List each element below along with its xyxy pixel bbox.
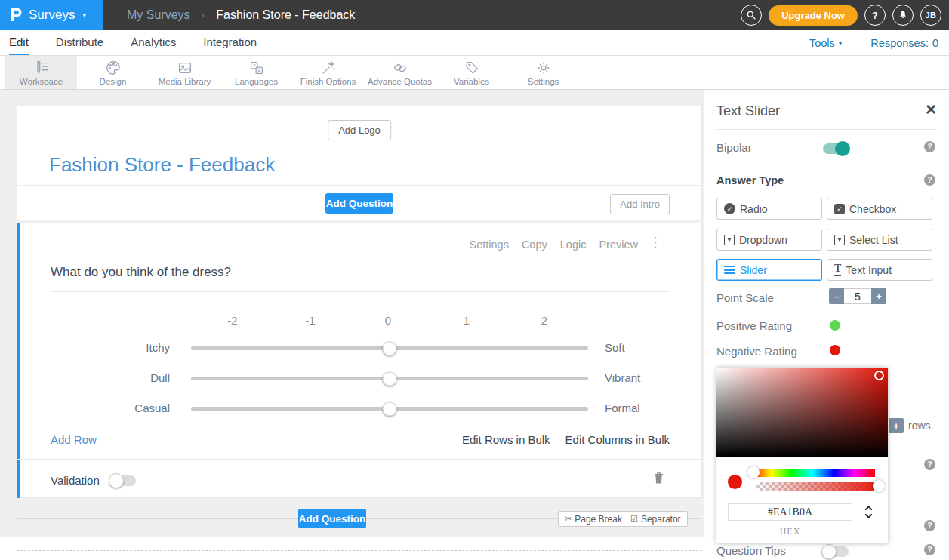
- question-card: Settings Copy Logic Preview ⋮ What do yo…: [17, 223, 702, 498]
- product-switcher[interactable]: P Surveys ▾: [0, 0, 103, 30]
- add-logo-button[interactable]: Add Logo: [328, 120, 391, 140]
- dashed-divider: [17, 550, 702, 551]
- question-preview-link[interactable]: Preview: [599, 238, 638, 251]
- page-break-button[interactable]: ✂ Page Break: [558, 511, 629, 527]
- add-question-button-bottom[interactable]: Add Question: [298, 509, 366, 528]
- hex-steppers[interactable]: [864, 506, 873, 518]
- answer-type-checkbox[interactable]: ✓ Checkbox: [827, 198, 932, 220]
- divider: [51, 291, 670, 292]
- saturation-area[interactable]: [716, 368, 888, 457]
- decrement-button[interactable]: –: [829, 288, 844, 304]
- edit-columns-bulk-link[interactable]: Edit Columns in Bulk: [565, 433, 670, 446]
- question-settings-link[interactable]: Settings: [469, 238, 508, 251]
- slider-handle[interactable]: [383, 371, 397, 386]
- trash-icon: [652, 471, 665, 485]
- responses-counter[interactable]: Responses: 0: [870, 37, 938, 49]
- question-settings-panel: Text Slider × Bipolar ? Answer Type ? ✓ …: [704, 90, 949, 560]
- toolbar-tab-languages[interactable]: ×A Languages: [220, 56, 292, 89]
- answer-type-text-input[interactable]: T Text Input: [827, 259, 932, 281]
- hex-label: HEX: [728, 526, 852, 537]
- answer-type-dropdown[interactable]: Dropdown: [716, 229, 822, 251]
- add-row-link[interactable]: Add Row: [51, 433, 97, 446]
- survey-canvas: Add Logo Fashion Store - Feedback Add Qu…: [0, 90, 704, 560]
- slider-bars-icon: [724, 266, 735, 275]
- hue-slider[interactable]: [750, 469, 875, 477]
- checkbox-icon: ✓: [834, 204, 845, 214]
- tab-analytics[interactable]: Analytics: [131, 30, 176, 55]
- answer-type-radio[interactable]: ✓ Radio: [716, 198, 822, 220]
- question-tips-toggle[interactable]: [823, 546, 849, 557]
- help-icon[interactable]: ?: [924, 459, 935, 470]
- survey-title[interactable]: Fashion Store - Feedback: [49, 153, 275, 177]
- toolbar-tab-design[interactable]: Design: [77, 56, 149, 89]
- tab-distribute[interactable]: Distribute: [56, 30, 103, 55]
- edit-rows-bulk-link[interactable]: Edit Rows in Bulk: [462, 433, 550, 446]
- saturation-selector[interactable]: [874, 371, 884, 380]
- slider-track[interactable]: [191, 407, 588, 411]
- slider-left-label: Casual: [51, 402, 170, 414]
- dropdown-icon: [724, 235, 735, 245]
- app-root: P Surveys ▾ My Surveys › Fashion Store -…: [0, 0, 949, 560]
- close-icon[interactable]: ×: [926, 100, 936, 118]
- help-button[interactable]: ?: [864, 5, 886, 26]
- increment-button[interactable]: +: [871, 288, 886, 304]
- bipolar-toggle[interactable]: [823, 143, 849, 154]
- question-copy-link[interactable]: Copy: [522, 238, 547, 251]
- tools-menu[interactable]: Tools ▾: [809, 37, 842, 49]
- help-icon[interactable]: ?: [924, 544, 935, 555]
- breadcrumb-separator-icon: ›: [202, 9, 205, 21]
- slider-row: Dull Vibrant: [17, 371, 701, 386]
- scale-label: 0: [385, 314, 391, 327]
- separator-button[interactable]: ☑ Separator: [624, 511, 688, 527]
- bulk-edit-links: Edit Rows in Bulk Edit Columns in Bulk: [462, 433, 670, 446]
- user-avatar[interactable]: JB: [920, 5, 941, 26]
- help-icon[interactable]: ?: [924, 520, 935, 531]
- toolbar-tab-variables[interactable]: Variables: [436, 56, 507, 89]
- question-tips-label: Question Tips: [716, 544, 786, 557]
- hue-handle[interactable]: [747, 466, 760, 478]
- toolbar-tab-finish-options[interactable]: Finish Options: [292, 56, 364, 89]
- toolbar-tab-settings[interactable]: Settings: [507, 56, 579, 89]
- notifications-button[interactable]: [892, 5, 914, 26]
- tab-integration[interactable]: Integration: [203, 30, 257, 55]
- slider-track[interactable]: [191, 377, 588, 380]
- survey-header-card: Add Logo Fashion Store - Feedback Add Qu…: [17, 106, 702, 220]
- toolbar-tab-workspace[interactable]: Workspace: [5, 56, 77, 89]
- hex-color-input[interactable]: [728, 503, 852, 521]
- negative-rating-label: Negative Rating: [716, 345, 797, 358]
- upgrade-now-button[interactable]: Upgrade Now: [769, 5, 858, 26]
- validation-label: Validation: [51, 474, 100, 487]
- point-scale-value[interactable]: 5: [844, 288, 871, 304]
- scale-label: 1: [464, 314, 470, 327]
- question-logic-link[interactable]: Logic: [560, 238, 587, 251]
- question-menu-icon[interactable]: ⋮: [649, 235, 662, 249]
- question-text[interactable]: What do you think of the dress?: [51, 265, 231, 280]
- answer-type-select-list[interactable]: Select List: [827, 229, 932, 251]
- scale-label: 2: [541, 314, 547, 327]
- editor-toolbar: Workspace Design Media Library ×A Langua…: [0, 56, 949, 90]
- validation-toggle[interactable]: [110, 475, 136, 486]
- alpha-handle[interactable]: [873, 480, 885, 492]
- alpha-slider[interactable]: [756, 482, 881, 491]
- toolbar-tab-media-library[interactable]: Media Library: [149, 56, 220, 89]
- tab-edit[interactable]: Edit: [9, 30, 29, 55]
- add-intro-button[interactable]: Add Intro: [610, 194, 670, 214]
- answer-type-slider[interactable]: Slider: [716, 259, 822, 281]
- divider: [17, 185, 701, 186]
- slider-handle[interactable]: [383, 402, 397, 416]
- slider-handle[interactable]: [383, 341, 397, 355]
- delete-question-button[interactable]: [652, 471, 665, 488]
- slider-right-label: Soft: [605, 341, 625, 354]
- positive-color-swatch[interactable]: [830, 320, 840, 331]
- toolbar-tab-advance-quotas[interactable]: Advance Quotas: [364, 56, 436, 89]
- slider-left-label: Itchy: [51, 341, 170, 354]
- slider-track[interactable]: [191, 346, 588, 350]
- point-scale-stepper: – 5 +: [829, 288, 886, 304]
- help-icon[interactable]: ?: [924, 141, 935, 152]
- negative-color-swatch[interactable]: [830, 345, 840, 355]
- search-button[interactable]: [741, 5, 762, 26]
- help-icon[interactable]: ?: [924, 174, 935, 186]
- add-question-button-top[interactable]: Add Question: [325, 193, 393, 214]
- rows-increment-button[interactable]: +: [889, 418, 904, 433]
- breadcrumb-my-surveys[interactable]: My Surveys: [127, 8, 190, 22]
